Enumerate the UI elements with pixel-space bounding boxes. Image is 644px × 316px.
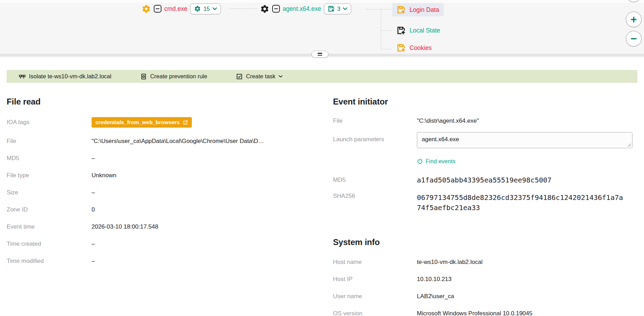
find-events-icon (416, 157, 424, 165)
user-name-link[interactable]: LAB2\user_ca (417, 293, 454, 300)
tree-connector (381, 49, 392, 49)
prevention-rule-icon (140, 73, 147, 80)
row-zone-id: Zone ID 0 (7, 201, 323, 218)
row-event-time: Event time 2026-03-10 18:00:17.548 (7, 218, 323, 235)
row-host-name: Host name te-ws10-vm-dk.lab2.local (333, 253, 641, 271)
barrier-icon (19, 73, 26, 80)
row-os-version: OS version Microsoft Windows Professiona… (333, 305, 641, 316)
section-title-event-initiator: Event initiator (333, 97, 641, 107)
sha256-hash-link[interactable]: 06797134755d8de82326cd32375f94186c124202… (417, 193, 627, 213)
row-label: Host IP (333, 276, 417, 283)
row-value: – (92, 258, 95, 265)
host-ip-link[interactable]: 10.10.10.213 (417, 276, 451, 283)
row-initiator-file: File "C:\distr\agent.x64.exe" (333, 112, 641, 129)
tree-connector (230, 8, 257, 9)
find-events-label: Find events (426, 158, 455, 165)
file-save-plus-icon (397, 5, 406, 14)
cmd-event-count: 15 (203, 6, 210, 12)
tree-connector (381, 9, 381, 49)
zoom-in-button[interactable]: + (626, 12, 642, 27)
row-file: File "C:\Users\user_ca\AppData\Local\Goo… (7, 132, 323, 150)
row-ioa-tags: IOA tags credentials_from_web_browsers (7, 112, 323, 132)
row-label: SHA256 (333, 193, 417, 200)
row-label: Time modified (7, 258, 92, 265)
row-label: OS version (333, 310, 417, 316)
agent-file-count: 3 (337, 6, 340, 12)
row-md5: MD5 – (7, 150, 323, 167)
row-value: 0 (92, 206, 95, 213)
row-label: MD5 (7, 155, 92, 162)
file-save-plus-icon (397, 26, 406, 35)
section-title-system-info: System info (333, 237, 641, 247)
row-value: – (92, 189, 95, 196)
row-host-ip: Host IP 10.10.10.213 (333, 271, 641, 288)
row-label: Host name (333, 259, 417, 266)
isolate-host-button[interactable]: Isolate te-ws10-vm-dk.lab2.local (19, 73, 111, 80)
row-label: Launch parameters (333, 132, 417, 143)
cmd-events-dropdown[interactable]: 15 (190, 3, 220, 14)
process-name-cmd[interactable]: cmd.exe (164, 5, 187, 13)
file-node-label: Login Data (410, 6, 439, 14)
gear-icon (194, 5, 201, 12)
minus-icon (156, 8, 159, 9)
file-node-cookies[interactable]: Cookies (392, 42, 436, 54)
external-link-icon (183, 120, 188, 125)
splitter-handle[interactable] (311, 51, 328, 58)
file-save-plus-icon (328, 5, 335, 12)
equals-icon (318, 55, 322, 56)
file-path-link[interactable]: "C:\Users\user_ca\AppData\Local\Google\C… (92, 138, 264, 145)
process-name-agent[interactable]: agent.x64.exe (283, 5, 321, 13)
row-label: Zone ID (7, 206, 92, 213)
row-size: Size – (7, 184, 323, 201)
row-label: MD5 (333, 177, 417, 184)
agent-files-dropdown[interactable]: 3 (324, 3, 351, 14)
collapse-node-button[interactable] (272, 5, 280, 13)
action-toolbar: Isolate te-ws10-vm-dk.lab2.local Create … (7, 70, 637, 83)
row-launch-parameters: Launch parameters agent.x64.exe (333, 132, 641, 155)
file-read-section: File read IOA tags credentials_from_web_… (7, 92, 323, 270)
launch-parameters-input[interactable]: agent.x64.exe (417, 132, 632, 148)
row-label: IOA tags (7, 119, 92, 126)
chevron-down-icon (278, 75, 283, 78)
row-value: Microsoft Windows Professional 10.0.1904… (417, 310, 533, 316)
event-initiator-section: Event initiator File "C:\distr\agent.x64… (333, 92, 641, 316)
md5-hash-link[interactable]: a1fad505abb43395ea55519ee98c5007 (417, 176, 551, 184)
process-tree-panel: cmd.exe 15 agent.x64.exe (0, 0, 644, 54)
row-value: 2026-03-10 18:00:17.548 (92, 223, 158, 230)
launch-parameters-wrap: agent.x64.exe (417, 132, 632, 150)
isolate-host-label: Isolate te-ws10-vm-dk.lab2.local (29, 73, 111, 80)
equals-icon (318, 53, 322, 53)
tree-connector (381, 30, 392, 31)
gear-icon (260, 4, 269, 14)
row-initiator-md5: MD5 a1fad505abb43395ea55519ee98c5007 (333, 171, 641, 188)
file-node-label: Cookies (410, 44, 432, 52)
row-label: File (333, 117, 417, 124)
section-title-file-read: File read (7, 97, 323, 107)
zoom-out-button[interactable]: − (626, 31, 642, 46)
create-task-button[interactable]: Create task (236, 73, 283, 80)
create-prevention-rule-label: Create prevention rule (150, 73, 207, 80)
ioa-tag-badge[interactable]: credentials_from_web_browsers (92, 117, 192, 128)
file-node-local-state[interactable]: Local State (392, 24, 445, 37)
ioa-tag-label: credentials_from_web_browsers (95, 119, 180, 125)
row-time-created: Time created – (7, 235, 323, 252)
process-node-cmd: cmd.exe 15 (142, 2, 221, 15)
file-node-login-data[interactable]: Login Data (392, 3, 444, 16)
file-node-label: Local State (410, 27, 440, 34)
row-file-type: File type Unknown (7, 167, 323, 184)
row-label: File (7, 138, 92, 145)
initiator-file-link[interactable]: "C:\distr\agent.x64.exe" (417, 117, 479, 124)
tree-connector (366, 9, 392, 9)
row-time-modified: Time modified – (7, 252, 323, 270)
find-events-link[interactable]: Find events (417, 155, 455, 167)
row-value: – (92, 155, 95, 162)
row-label: Size (7, 189, 92, 196)
row-initiator-sha256: SHA256 06797134755d8de82326cd32375f94186… (333, 188, 641, 216)
host-name-link[interactable]: te-ws10-vm-dk.lab2.local (417, 259, 483, 266)
minus-icon (274, 8, 278, 9)
row-label: User name (333, 293, 417, 300)
collapse-node-button[interactable] (154, 5, 161, 13)
create-prevention-rule-button[interactable]: Create prevention rule (140, 73, 207, 80)
create-task-label: Create task (246, 73, 275, 80)
row-user-name: User name LAB2\user_ca (333, 288, 641, 305)
